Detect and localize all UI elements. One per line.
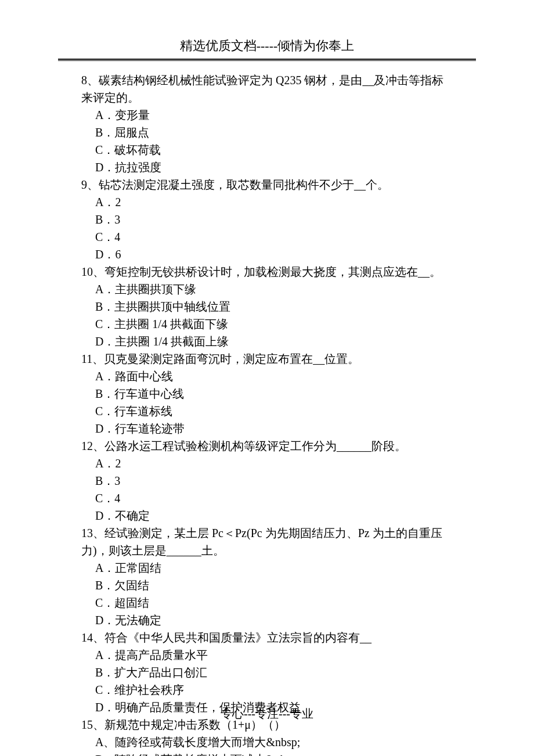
question-11: 11、贝克曼梁测定路面弯沉时，测定应布置在__位置。 A．路面中心线 B．行车道… xyxy=(81,350,453,437)
question-option: A．正常固结 xyxy=(81,559,453,577)
question-9: 9、钻芯法测定混凝土强度，取芯数量同批构件不少于__个。 A．2 B．3 C．4… xyxy=(81,176,453,263)
page-header-title: 精选优质文档-----倾情为你奉上 xyxy=(0,0,534,59)
question-option: D．6 xyxy=(81,246,453,263)
question-option: B．行车道中心线 xyxy=(81,385,453,402)
question-text: 14、符合《中华人民共和国质量法》立法宗旨的内容有__ xyxy=(81,629,453,646)
question-option: D．抗拉强度 xyxy=(81,159,453,176)
question-option: C．维护社会秩序 xyxy=(81,681,453,699)
question-12: 12、公路水运工程试验检测机构等级评定工作分为______阶段。 A．2 B．3… xyxy=(81,437,453,524)
question-option: B、随跨径或荷载长度增大而减小&nbsp; xyxy=(81,751,453,756)
question-option: A．提高产品质量水平 xyxy=(81,646,453,664)
question-option: D．不确定 xyxy=(81,507,453,524)
header-divider xyxy=(58,59,476,61)
question-option: D．行车道轮迹带 xyxy=(81,420,453,437)
question-text: 12、公路水运工程试验检测机构等级评定工作分为______阶段。 xyxy=(81,437,453,455)
question-text: 13、经试验测定，某土层 Pc＜Pz(Pc 为先期固结压力、Pz 为土的自重压力… xyxy=(81,524,453,559)
question-option: B．主拱圈拱顶中轴线位置 xyxy=(81,298,453,315)
question-option: A．主拱圈拱顶下缘 xyxy=(81,280,453,298)
question-option: C．4 xyxy=(81,228,453,246)
document-body: 8、碳素结构钢经机械性能试验评定为 Q235 钢材，是由__及冲击等指标来评定的… xyxy=(0,71,534,756)
question-option: A、随跨径或荷载长度增大而增大&nbsp; xyxy=(81,733,453,751)
question-option: B．3 xyxy=(81,211,453,228)
question-10: 10、弯矩控制无铰拱桥设计时，加载检测最大挠度，其测点应选在__。 A．主拱圈拱… xyxy=(81,263,453,350)
page-footer: 专心---专注---专业 xyxy=(0,705,534,722)
question-option: C．主拱圈 1/4 拱截面下缘 xyxy=(81,315,453,333)
question-text: 11、贝克曼梁测定路面弯沉时，测定应布置在__位置。 xyxy=(81,350,453,368)
question-option: A．2 xyxy=(81,455,453,472)
question-option: A．2 xyxy=(81,193,453,211)
question-option: B．扩大产品出口创汇 xyxy=(81,664,453,681)
question-text: 10、弯矩控制无铰拱桥设计时，加载检测最大挠度，其测点应选在__。 xyxy=(81,263,453,280)
question-option: B．3 xyxy=(81,472,453,489)
question-option: B．屈服点 xyxy=(81,124,453,141)
question-option: C．超固结 xyxy=(81,594,453,611)
question-option: C．4 xyxy=(81,489,453,507)
question-option: A．变形量 xyxy=(81,106,453,124)
question-text: 9、钻芯法测定混凝土强度，取芯数量同批构件不少于__个。 xyxy=(81,176,453,193)
question-8: 8、碳素结构钢经机械性能试验评定为 Q235 钢材，是由__及冲击等指标来评定的… xyxy=(81,71,453,176)
question-text: 8、碳素结构钢经机械性能试验评定为 Q235 钢材，是由__及冲击等指标来评定的… xyxy=(81,71,453,106)
question-option: D．无法确定 xyxy=(81,611,453,629)
question-13: 13、经试验测定，某土层 Pc＜Pz(Pc 为先期固结压力、Pz 为土的自重压力… xyxy=(81,524,453,629)
question-option: B．欠固结 xyxy=(81,577,453,594)
question-14: 14、符合《中华人民共和国质量法》立法宗旨的内容有__ A．提高产品质量水平 B… xyxy=(81,629,453,716)
question-option: D．主拱圈 1/4 拱截面上缘 xyxy=(81,333,453,350)
question-option: C．行车道标线 xyxy=(81,402,453,420)
question-option: C．破坏荷载 xyxy=(81,141,453,159)
question-option: A．路面中心线 xyxy=(81,368,453,385)
